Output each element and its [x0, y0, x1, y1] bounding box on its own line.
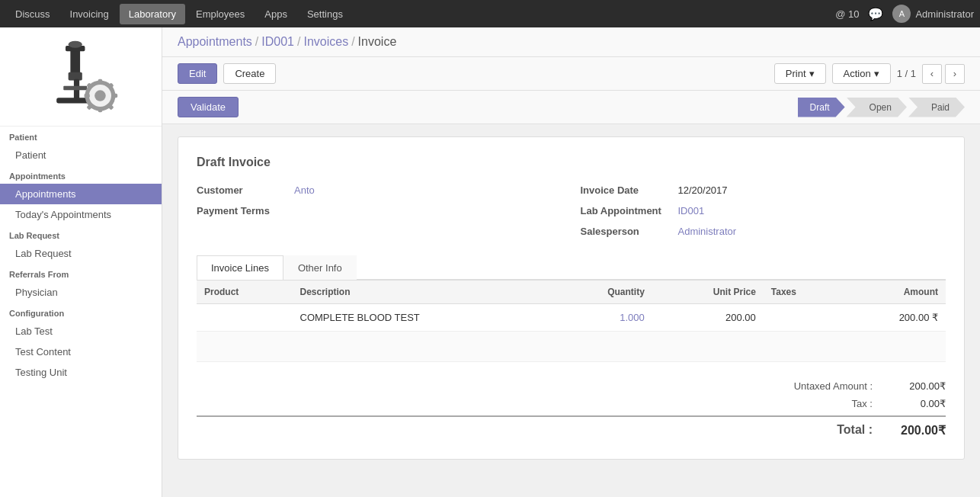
workflow-steps: Draft Open Paid: [798, 98, 965, 117]
sidebar-item-lab-test[interactable]: Lab Test: [0, 321, 162, 341]
breadcrumb-invoice: Invoice: [358, 35, 397, 49]
sidebar-item-todays-appointments[interactable]: Today's Appointments: [0, 204, 162, 225]
invoice-fields: Customer Anto Payment Terms Invoice Date…: [197, 184, 946, 237]
invoice-date-value: 12/20/2017: [678, 184, 728, 196]
action-dropdown-icon: ▾: [874, 68, 879, 79]
breadcrumb-id001[interactable]: ID001: [261, 35, 294, 49]
invoice-card: Draft Invoice Customer Anto Payment Term…: [178, 136, 965, 460]
payment-terms-label: Payment Terms: [197, 205, 288, 216]
microscope-logo: [35, 39, 127, 115]
tab-invoice-lines[interactable]: Invoice Lines: [197, 255, 283, 280]
svg-point-9: [94, 90, 106, 101]
totals-section: Untaxed Amount : 200.00₹ Tax : 0.00₹ Tot…: [197, 371, 946, 441]
sidebar-section-referrals: Referrals From: [0, 264, 162, 282]
invoice-table: Product Description Quantity Unit Price …: [197, 280, 946, 362]
sidebar-item-test-content[interactable]: Test Content: [0, 341, 162, 362]
col-taxes: Taxes: [764, 281, 841, 304]
lab-appointment-value[interactable]: ID001: [678, 205, 705, 216]
row-taxes: [764, 304, 841, 332]
nav-right: @ 10 💬 A Administrator: [835, 5, 974, 23]
nav-invoicing[interactable]: Invoicing: [61, 4, 118, 24]
breadcrumb: Appointments / ID001 / Invoices / Invoic…: [162, 27, 980, 57]
untaxed-total-row: Untaxed Amount : 200.00₹: [197, 377, 946, 395]
row-amount: 200.00 ₹: [841, 304, 946, 332]
sidebar-item-testing-unit[interactable]: Testing Unit: [0, 362, 162, 383]
invoice-date-label: Invoice Date: [581, 184, 672, 196]
content-area: Draft Invoice Customer Anto Payment Term…: [162, 124, 980, 497]
tax-value: 0.00₹: [885, 398, 946, 409]
nav-laboratory[interactable]: Laboratory: [120, 4, 185, 24]
breadcrumb-appointments[interactable]: Appointments: [178, 35, 252, 49]
print-dropdown-icon: ▾: [809, 68, 815, 79]
tax-label: Tax :: [748, 398, 885, 409]
sidebar-logo: [0, 27, 162, 127]
invoice-date-field: Invoice Date 12/20/2017: [581, 184, 946, 196]
top-nav: Discuss Invoicing Laboratory Employees A…: [0, 0, 980, 27]
edit-button[interactable]: Edit: [178, 63, 217, 84]
layout: Patient Patient Appointments Appointment…: [0, 27, 980, 497]
table-header-row: Product Description Quantity Unit Price …: [197, 281, 946, 304]
grand-total-row: Total : 200.00₹: [197, 415, 946, 441]
salesperson-value[interactable]: Administrator: [678, 226, 737, 237]
salesperson-label: Salesperson: [581, 226, 672, 237]
workflow-step-draft[interactable]: Draft: [798, 98, 845, 117]
breadcrumb-invoices[interactable]: Invoices: [303, 35, 348, 49]
sidebar-section-patient: Patient: [0, 127, 162, 145]
customer-field: Customer Anto: [197, 184, 562, 196]
pagination-next[interactable]: ›: [945, 64, 965, 84]
nav-employees[interactable]: Employees: [187, 4, 254, 24]
main-content: Appointments / ID001 / Invoices / Invoic…: [162, 27, 980, 497]
breadcrumb-sep-2: /: [297, 35, 300, 49]
sidebar: Patient Patient Appointments Appointment…: [0, 27, 162, 497]
col-quantity: Quantity: [552, 281, 652, 304]
tabs: Invoice Lines Other Info: [197, 255, 946, 280]
empty-row-cell: [197, 332, 946, 362]
row-product: [197, 304, 293, 332]
breadcrumb-sep-3: /: [351, 35, 354, 49]
svg-rect-13: [112, 93, 117, 97]
invoice-title: Draft Invoice: [197, 156, 946, 169]
svg-rect-11: [98, 107, 102, 112]
workflow-step-paid[interactable]: Paid: [908, 98, 965, 117]
payment-terms-field: Payment Terms: [197, 205, 562, 216]
sidebar-item-appointments[interactable]: Appointments: [0, 184, 162, 204]
customer-value[interactable]: Anto: [294, 184, 315, 196]
svg-rect-12: [85, 93, 90, 97]
row-description: COMPLETE BLOOD TEST: [293, 304, 552, 332]
grand-total-value: 200.00₹: [885, 423, 946, 438]
breadcrumb-sep-1: /: [255, 35, 258, 49]
sidebar-item-patient[interactable]: Patient: [0, 145, 162, 165]
admin-label: Administrator: [915, 8, 974, 20]
sidebar-item-physician[interactable]: Physician: [0, 282, 162, 303]
nav-apps[interactable]: Apps: [255, 4, 296, 24]
sidebar-item-lab-request[interactable]: Lab Request: [0, 243, 162, 264]
svg-rect-6: [63, 85, 87, 89]
admin-badge[interactable]: A Administrator: [892, 5, 974, 23]
nav-settings[interactable]: Settings: [298, 4, 352, 24]
nav-discuss[interactable]: Discuss: [6, 4, 59, 24]
nav-items: Discuss Invoicing Laboratory Employees A…: [6, 4, 835, 24]
sidebar-section-configuration: Configuration: [0, 303, 162, 321]
print-button[interactable]: Print ▾: [774, 63, 826, 84]
col-amount: Amount: [841, 281, 946, 304]
table-row: COMPLETE BLOOD TEST 1.000 200.00 200.00 …: [197, 304, 946, 332]
row-quantity: 1.000: [552, 304, 652, 332]
col-description: Description: [293, 281, 552, 304]
chat-icon[interactable]: 💬: [868, 7, 883, 21]
customer-label: Customer: [197, 184, 288, 196]
svg-point-3: [69, 40, 82, 47]
action-button[interactable]: Action ▾: [832, 63, 891, 84]
create-button[interactable]: Create: [223, 63, 276, 84]
grand-total-label: Total :: [748, 423, 885, 438]
pagination-prev[interactable]: ‹: [922, 64, 942, 84]
notification-count[interactable]: @ 10: [835, 8, 859, 20]
lab-appointment-field: Lab Appointment ID001: [581, 205, 946, 216]
untaxed-label: Untaxed Amount :: [748, 380, 885, 392]
validate-button[interactable]: Validate: [178, 97, 239, 117]
salesperson-field: Salesperson Administrator: [581, 226, 946, 237]
untaxed-value: 200.00₹: [885, 380, 946, 392]
tab-other-info[interactable]: Other Info: [283, 255, 357, 280]
workflow-step-open[interactable]: Open: [847, 98, 907, 117]
col-product: Product: [197, 281, 293, 304]
sidebar-section-lab-request: Lab Request: [0, 225, 162, 243]
